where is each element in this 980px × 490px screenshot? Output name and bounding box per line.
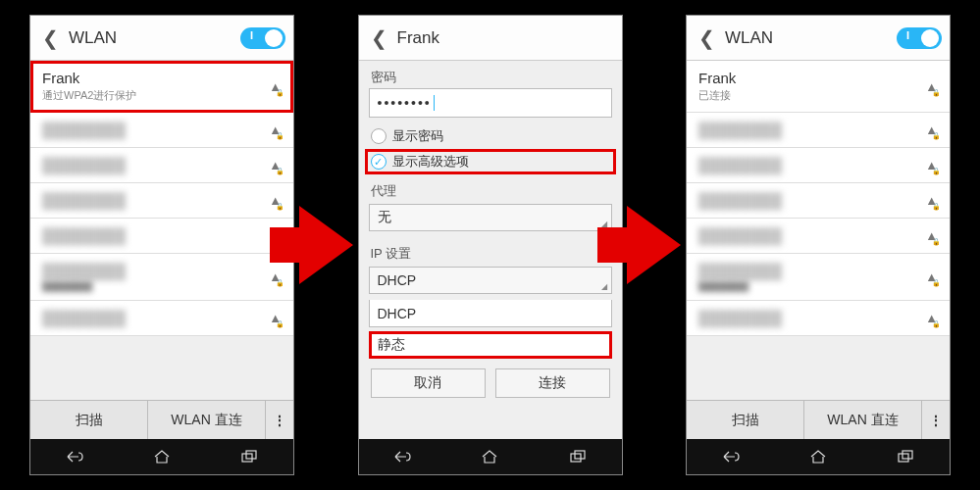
step-arrow-icon (299, 206, 353, 284)
page-title: Frank (397, 28, 614, 48)
network-row-blurred[interactable]: ████████▲ (30, 148, 293, 183)
wifi-secure-icon: ▲ (925, 193, 938, 208)
checkbox-checked-icon: ✓ (371, 154, 387, 170)
ip-option-static[interactable]: 静态 (369, 331, 612, 359)
network-list: Frank 已连接 ▲ ████████▲ ████████▲ ████████… (687, 61, 950, 400)
svg-rect-3 (575, 451, 585, 459)
wifi-secure-icon: ▲ (925, 79, 938, 94)
network-row-blurred[interactable]: ████████▲ (30, 301, 293, 336)
wlan-toggle[interactable]: I (897, 27, 942, 49)
page-title: WLAN (725, 28, 891, 48)
network-row-blurred[interactable]: ████████████████▲ (30, 254, 293, 301)
nav-home-icon[interactable] (151, 448, 173, 466)
config-form: 密码 •••••••• 显示密码 ✓ 显示高级选项 代理 无 IP 设置 DHC… (359, 61, 622, 439)
wlan-direct-button[interactable]: WLAN 直连 (148, 401, 266, 439)
titlebar: ❮ WLAN I (30, 16, 293, 61)
wifi-secure-icon: ▲ (925, 122, 938, 137)
more-button[interactable]: ⋮ (266, 401, 293, 439)
network-row-blurred[interactable]: ████████▲ (30, 183, 293, 219)
wifi-secure-icon: ▲ (925, 158, 938, 172)
ip-option-dhcp[interactable]: DHCP (369, 300, 612, 327)
nav-recent-icon[interactable] (567, 448, 589, 466)
password-input[interactable]: •••••••• (369, 88, 612, 118)
show-password-checkbox[interactable]: 显示密码 (359, 123, 622, 149)
wifi-secure-icon: ▲ (269, 122, 282, 137)
proxy-select[interactable]: 无 (369, 204, 612, 231)
back-icon[interactable]: ❮ (367, 26, 391, 50)
wifi-secure-icon: ▲ (269, 193, 282, 208)
wifi-secure-icon: ▲ (269, 158, 282, 172)
network-sub: 通过WPA2进行保护 (42, 88, 269, 103)
network-row-blurred[interactable]: ████████▲ (687, 301, 950, 336)
back-icon[interactable]: ❮ (38, 26, 63, 50)
network-row-frank[interactable]: Frank 通过WPA2进行保护 ▲ (30, 61, 293, 113)
wlan-direct-button[interactable]: WLAN 直连 (804, 401, 922, 439)
network-row-blurred[interactable]: ████████▲ (687, 219, 950, 254)
wlan-toggle[interactable]: I (240, 27, 285, 49)
connect-button[interactable]: 连接 (495, 368, 610, 398)
bottombar: 扫描 WLAN 直连 ⋮ (687, 400, 950, 439)
android-navbar (30, 439, 293, 474)
network-row-blurred[interactable]: ████████▲ (30, 113, 293, 148)
scan-button[interactable]: 扫描 (687, 401, 804, 439)
svg-rect-4 (899, 454, 908, 462)
network-name: Frank (698, 70, 925, 86)
wifi-secure-icon: ▲ (925, 311, 938, 325)
back-icon[interactable]: ❮ (695, 26, 719, 50)
network-sub: 已连接 (698, 88, 925, 103)
scan-button[interactable]: 扫描 (30, 401, 148, 439)
nav-home-icon[interactable] (807, 448, 829, 466)
nav-back-icon[interactable] (720, 448, 742, 466)
ip-label: IP 设置 (359, 237, 622, 265)
network-row-blurred[interactable]: ████████▲ (687, 148, 950, 183)
svg-rect-2 (571, 454, 581, 462)
titlebar: ❮ WLAN I (687, 16, 950, 61)
bottombar: 扫描 WLAN 直连 ⋮ (30, 400, 293, 439)
network-row-blurred[interactable]: ████████▲ (30, 219, 293, 254)
screen-wlan-list: ❮ WLAN I Frank 通过WPA2进行保护 ▲ ████████▲ ██… (29, 15, 294, 475)
network-row-blurred[interactable]: ████████▲ (687, 113, 950, 148)
wifi-secure-icon: ▲ (925, 270, 938, 284)
network-row-frank[interactable]: Frank 已连接 ▲ (687, 61, 950, 113)
password-label: 密码 (359, 61, 622, 88)
wifi-secure-icon: ▲ (269, 79, 282, 94)
wifi-secure-icon: ▲ (269, 270, 282, 284)
wifi-secure-icon: ▲ (269, 311, 282, 325)
button-row: 取消 连接 (359, 359, 622, 408)
nav-back-icon[interactable] (64, 448, 85, 466)
nav-recent-icon[interactable] (238, 448, 260, 466)
network-list: Frank 通过WPA2进行保护 ▲ ████████▲ ████████▲ █… (30, 61, 293, 400)
nav-back-icon[interactable] (391, 448, 413, 466)
ip-select[interactable]: DHCP (369, 267, 612, 294)
svg-rect-0 (242, 454, 252, 462)
more-button[interactable]: ⋮ (922, 401, 950, 439)
network-name: Frank (42, 70, 269, 86)
screen-wlan-connected: ❮ WLAN I Frank 已连接 ▲ ████████▲ ████████▲… (686, 15, 951, 475)
page-title: WLAN (69, 28, 234, 48)
step-arrow-icon (627, 206, 681, 284)
android-navbar (359, 439, 622, 474)
screen-network-config: ❮ Frank 密码 •••••••• 显示密码 ✓ 显示高级选项 代理 无 I… (358, 15, 623, 475)
android-navbar (687, 439, 950, 474)
cancel-button[interactable]: 取消 (371, 368, 486, 398)
titlebar: ❮ Frank (359, 16, 622, 61)
svg-rect-5 (903, 451, 912, 459)
wifi-secure-icon: ▲ (925, 228, 938, 243)
nav-home-icon[interactable] (479, 448, 500, 466)
network-row-blurred[interactable]: ████████████████▲ (687, 254, 950, 301)
proxy-label: 代理 (359, 174, 622, 202)
checkbox-empty-icon (371, 128, 387, 144)
show-advanced-checkbox[interactable]: ✓ 显示高级选项 (365, 149, 616, 174)
svg-rect-1 (246, 451, 256, 459)
network-row-blurred[interactable]: ████████▲ (687, 183, 950, 219)
nav-recent-icon[interactable] (895, 448, 916, 466)
